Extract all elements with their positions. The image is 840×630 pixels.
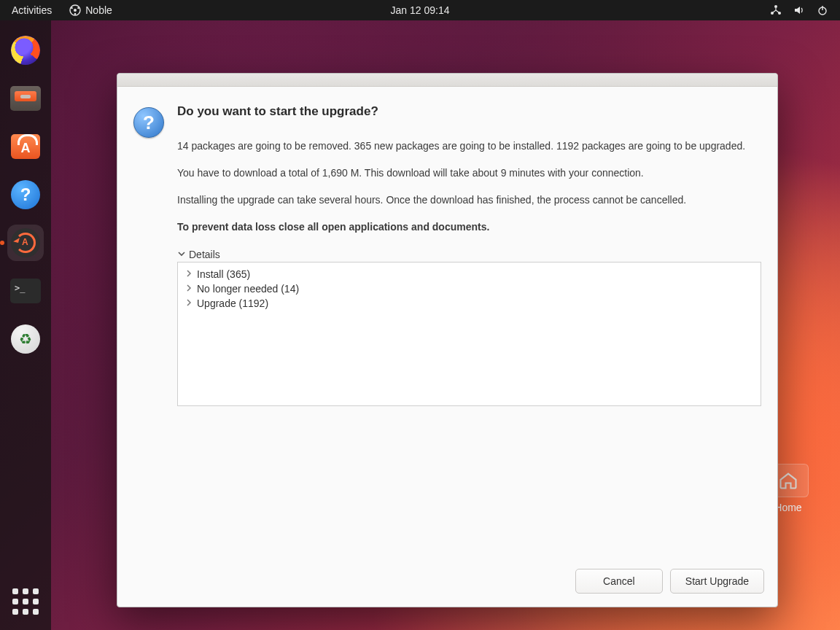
app-menu-label: Noble bbox=[85, 4, 112, 16]
dock: ? >_ ♻ bbox=[0, 20, 51, 630]
app-icon bbox=[69, 4, 81, 16]
tree-upgrade[interactable]: Upgrade (1192) bbox=[181, 296, 758, 311]
dock-updater[interactable] bbox=[7, 225, 44, 261]
dialog-packages-summary: 14 packages are going to be removed. 365… bbox=[177, 139, 761, 153]
app-menu[interactable]: Noble bbox=[69, 4, 112, 16]
details-label: Details bbox=[189, 249, 220, 260]
svg-point-1 bbox=[74, 9, 77, 12]
firefox-icon bbox=[11, 36, 40, 65]
dialog-titlebar[interactable] bbox=[117, 74, 777, 87]
help-icon: ? bbox=[11, 180, 40, 209]
tree-install[interactable]: Install (365) bbox=[181, 267, 758, 281]
question-icon: ? bbox=[133, 107, 164, 138]
power-icon[interactable] bbox=[817, 4, 828, 16]
cancel-button[interactable]: Cancel bbox=[575, 569, 663, 594]
chevron-right-icon bbox=[185, 269, 192, 279]
dock-terminal[interactable]: >_ bbox=[7, 273, 44, 309]
clock[interactable]: Jan 12 09:14 bbox=[391, 4, 450, 16]
start-upgrade-button[interactable]: Start Upgrade bbox=[670, 569, 764, 594]
volume-icon[interactable] bbox=[793, 4, 805, 16]
tree-install-label: Install (365) bbox=[197, 268, 250, 280]
chevron-down-icon bbox=[177, 249, 186, 260]
network-icon[interactable] bbox=[770, 4, 782, 16]
svg-point-3 bbox=[77, 7, 79, 9]
dialog-install-info: Installing the upgrade can take several … bbox=[177, 193, 761, 207]
software-icon bbox=[11, 134, 40, 159]
terminal-icon: >_ bbox=[10, 279, 41, 303]
cancel-button-label: Cancel bbox=[603, 575, 635, 587]
clock-label: Jan 12 09:14 bbox=[391, 4, 450, 16]
tree-no-longer-label: No longer needed (14) bbox=[197, 283, 299, 295]
activities-button[interactable]: Activities bbox=[12, 4, 52, 16]
dialog-download-info: You have to download a total of 1,690 M.… bbox=[177, 166, 761, 180]
updater-icon bbox=[11, 228, 40, 257]
trash-icon: ♻ bbox=[11, 324, 40, 354]
details-tree: Install (365) No longer needed (14) Upgr… bbox=[177, 262, 761, 406]
dock-files[interactable] bbox=[7, 80, 44, 117]
dialog-title: Do you want to start the upgrade? bbox=[177, 104, 761, 119]
activities-label: Activities bbox=[12, 4, 52, 16]
dock-firefox[interactable] bbox=[7, 32, 44, 69]
svg-point-4 bbox=[74, 13, 77, 15]
svg-point-5 bbox=[774, 5, 777, 8]
dock-trash[interactable]: ♻ bbox=[7, 321, 44, 357]
dock-help[interactable]: ? bbox=[7, 176, 44, 213]
files-icon bbox=[10, 86, 41, 111]
top-panel: Activities Noble Jan 12 09:14 bbox=[0, 0, 840, 20]
dialog-warning: To prevent data loss close all open appl… bbox=[177, 220, 761, 234]
details-expander[interactable]: Details bbox=[177, 249, 761, 260]
dialog-footer: Cancel Start Upgrade bbox=[117, 559, 777, 607]
tree-no-longer-needed[interactable]: No longer needed (14) bbox=[181, 281, 758, 296]
dock-software[interactable] bbox=[7, 128, 44, 165]
chevron-right-icon bbox=[185, 284, 192, 294]
start-upgrade-button-label: Start Upgrade bbox=[685, 575, 749, 587]
show-applications[interactable] bbox=[7, 583, 44, 620]
upgrade-dialog: ? Do you want to start the upgrade? 14 p… bbox=[117, 73, 778, 607]
svg-point-2 bbox=[71, 7, 73, 9]
chevron-right-icon bbox=[185, 298, 192, 308]
tree-upgrade-label: Upgrade (1192) bbox=[197, 298, 268, 309]
